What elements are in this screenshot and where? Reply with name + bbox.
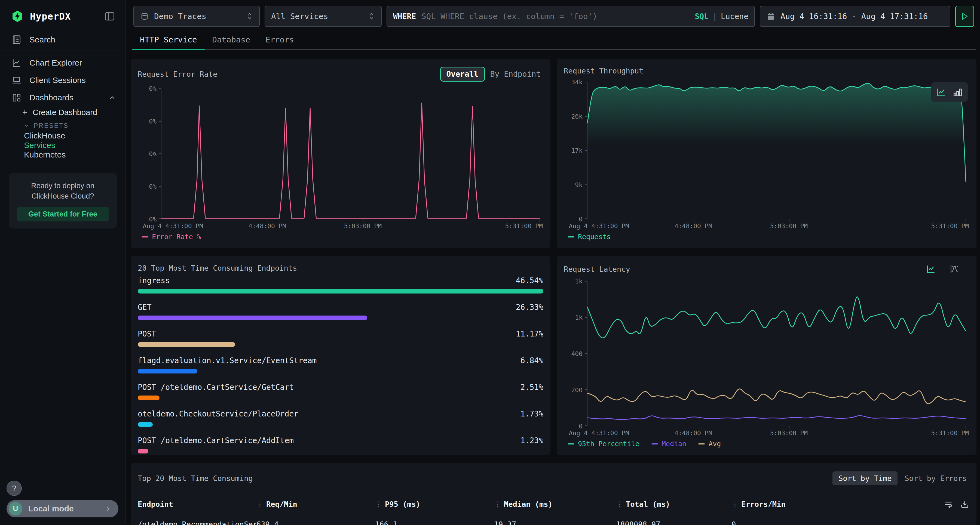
sort-by-errors-button[interactable]: Sort by Errors: [905, 474, 967, 482]
presets-label: PRESETS: [34, 122, 68, 130]
column-header-median[interactable]: ⋮Median (ms): [494, 500, 616, 508]
create-dashboard-button[interactable]: Create Dashboard: [0, 106, 126, 118]
sidebar-item-search[interactable]: Search: [0, 31, 126, 48]
table-row[interactable]: /oteldemo.RecommendationServ639.4166.119…: [130, 514, 977, 525]
column-grip-icon[interactable]: ⋮: [375, 500, 382, 508]
table-cell: 19.37: [494, 520, 616, 525]
y-tick-mark: [159, 89, 161, 89]
tab-database[interactable]: Database: [205, 31, 258, 49]
x-tick-label: Aug 4 4:31:00 PM: [569, 222, 629, 230]
service-select[interactable]: All Services: [265, 6, 382, 27]
endpoint-label: POST: [138, 330, 156, 338]
y-tick-mark: [585, 219, 587, 219]
line-chart-icon[interactable]: [936, 87, 947, 98]
y-axis: 1k1k4002000: [563, 281, 587, 426]
by-endpoint-toggle-button[interactable]: By Endpoint: [490, 70, 541, 79]
panel-title: Request Latency: [564, 265, 630, 273]
get-started-button[interactable]: Get Started for Free: [17, 207, 109, 221]
sort-by-time-button[interactable]: Sort by Time: [832, 471, 897, 485]
legend-item: Requests: [568, 233, 611, 241]
run-query-button[interactable]: [955, 6, 974, 27]
topbar: Demo Traces All Services WHERE SQL WHERE…: [134, 6, 974, 27]
endpoint-row[interactable]: ingress46.54%: [138, 276, 543, 293]
sidebar-item-label: Search: [29, 35, 126, 44]
sidebar-item-services[interactable]: Services: [0, 140, 126, 150]
sidebar-item-label: Client Sessions: [29, 76, 126, 85]
endpoint-label: GET: [138, 303, 152, 312]
plot-area[interactable]: [587, 82, 966, 219]
endpoint-row[interactable]: POST /oteldemo.CartService/AddItem1.23%: [138, 436, 543, 454]
histogram-icon[interactable]: [949, 264, 959, 274]
endpoint-row[interactable]: POST /oteldemo.CartService/GetCart2.51%: [138, 383, 543, 400]
tab-http-service[interactable]: HTTP Service: [132, 31, 205, 49]
x-tick-label: Aug 4 4:31:00 PM: [569, 430, 629, 436]
user-mode-label: Local mode: [28, 504, 104, 513]
search-input[interactable]: WHERE SQL WHERE clause (ex. column = 'fo…: [387, 6, 755, 27]
tab-errors[interactable]: Errors: [258, 31, 302, 49]
legend-dash-icon: [651, 443, 658, 444]
x-tick-label: 5:03:00 PM: [770, 430, 808, 436]
y-tick-mark: [585, 184, 587, 185]
endpoint-row[interactable]: oteldemo.CheckoutService/PlaceOrder1.73%: [138, 409, 543, 427]
select-chevrons-icon: [246, 12, 253, 21]
sql-mode-button[interactable]: SQL: [695, 12, 709, 21]
user-menu[interactable]: U Local mode: [6, 500, 118, 517]
endpoint-row[interactable]: POST11.17%: [138, 330, 543, 347]
dashboard-grid: Request Error Rate Overall By Endpoint 0…: [126, 50, 980, 525]
lucene-mode-button[interactable]: Lucene: [721, 12, 748, 21]
chevron-down-icon: [24, 123, 29, 128]
column-header-endpoint[interactable]: Endpoint: [138, 500, 256, 508]
column-grip-icon[interactable]: ⋮: [732, 500, 738, 508]
column-header-req-min[interactable]: ⋮Req/Min: [256, 500, 375, 508]
sidebar-item-dashboards[interactable]: Dashboards: [0, 89, 126, 106]
column-header-total[interactable]: ⋮Total (ms): [616, 500, 732, 508]
endpoint-row[interactable]: GET26.33%: [138, 303, 543, 320]
line-chart-icon[interactable]: [926, 264, 936, 274]
endpoint-row[interactable]: flagd.evaluation.v1.Service/EventStream6…: [138, 356, 543, 373]
dashboards-icon: [11, 92, 22, 103]
x-tick-label: 4:48:00 PM: [675, 430, 712, 436]
database-icon: [140, 12, 149, 21]
clickhouse-cloud-promo: Ready to deploy on ClickHouse Cloud? Get…: [9, 173, 117, 228]
y-tick-mark: [585, 389, 587, 390]
sidebar-item-chart-explorer[interactable]: Chart Explorer: [0, 54, 126, 71]
panel-title: Request Throughput: [564, 67, 644, 75]
endpoint-percent: 26.33%: [516, 303, 543, 312]
sidebar-collapse-icon[interactable]: [104, 10, 116, 22]
promo-line2: ClickHouse Cloud?: [14, 191, 111, 201]
presets-toggle[interactable]: PRESETS: [0, 121, 126, 131]
endpoint-percent: 11.17%: [516, 330, 543, 338]
endpoint-bar: [138, 422, 153, 427]
help-button[interactable]: ?: [6, 481, 22, 496]
bar-chart-icon[interactable]: [952, 87, 963, 98]
overall-toggle-button[interactable]: Overall: [440, 67, 485, 82]
legend-label: Requests: [578, 233, 611, 241]
wrap-text-icon[interactable]: [944, 500, 953, 509]
column-header-p95[interactable]: ⋮P95 (ms): [375, 500, 494, 508]
sidebar: HyperDX Search Chart Explorer: [0, 0, 126, 525]
column-header-errors-min[interactable]: ⋮Errors/Min: [732, 500, 937, 508]
y-tick-mark: [585, 353, 587, 354]
sidebar-item-kubernetes[interactable]: Kubernetes: [0, 150, 126, 159]
plot-area[interactable]: [161, 89, 540, 219]
endpoint-bar: [138, 449, 148, 454]
column-grip-icon[interactable]: ⋮: [616, 500, 623, 508]
panel-request-error-rate: Request Error Rate Overall By Endpoint 0…: [130, 59, 550, 248]
chart-legend: Requests: [557, 231, 977, 248]
endpoint-label: flagd.evaluation.v1.Service/EventStream: [138, 356, 317, 365]
panel-title: Request Error Rate: [138, 70, 218, 78]
x-axis: Aug 4 4:31:00 PM4:48:00 PM5:03:00 PM5:31…: [587, 426, 966, 438]
y-tick-label: 1k: [575, 314, 582, 321]
x-tick-label: 5:31:00 PM: [505, 222, 543, 230]
time-range-value: Aug 4 16:31:16 - Aug 4 17:31:16: [780, 12, 928, 21]
column-grip-icon[interactable]: ⋮: [256, 500, 264, 508]
column-grip-icon[interactable]: ⋮: [494, 500, 501, 508]
sidebar-item-clickhouse[interactable]: ClickHouse: [0, 131, 126, 140]
time-range-picker[interactable]: Aug 4 16:31:16 - Aug 4 17:31:16: [760, 6, 950, 27]
table-cell: 166.1: [375, 520, 494, 525]
x-tick-label: 5:31:00 PM: [931, 222, 969, 230]
source-select[interactable]: Demo Traces: [134, 6, 260, 27]
plot-area[interactable]: [587, 281, 966, 426]
sidebar-item-client-sessions[interactable]: Client Sessions: [0, 71, 126, 89]
download-icon[interactable]: [960, 500, 969, 509]
